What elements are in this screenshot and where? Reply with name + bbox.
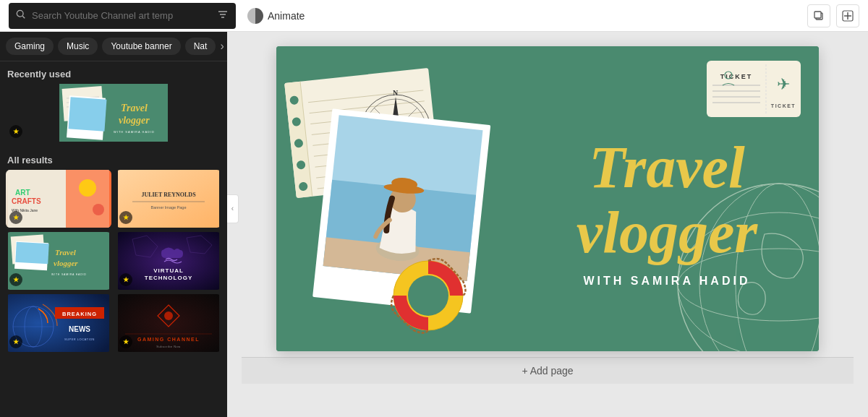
svg-text:GAMING CHANNEL: GAMING CHANNEL (137, 337, 200, 342)
svg-rect-16 (69, 97, 107, 131)
template-gaming-channel[interactable]: GAMING CHANNEL Subscribe Now ★ (116, 294, 221, 352)
svg-text:TECHNOLOGY: TECHNOLOGY (145, 275, 192, 281)
search-icon (16, 9, 26, 22)
svg-text:vlogger: vlogger (119, 115, 150, 126)
pro-badge: ★ (9, 335, 22, 348)
search-area (9, 3, 236, 29)
all-results-grid: ART CRAFTS With Nikita Jane ★ (0, 170, 227, 358)
svg-text:TICKET: TICKET (771, 103, 796, 108)
pro-badge: ★ (119, 273, 132, 286)
svg-text:WITH SAMIRA HADID: WITH SAMIRA HADID (114, 130, 155, 134)
svg-text:SUPER LOCATION: SUPER LOCATION (64, 338, 95, 341)
svg-point-53 (164, 311, 173, 320)
top-right-icons (807, 4, 859, 27)
svg-text:CRAFTS: CRAFTS (12, 197, 41, 205)
animate-button[interactable]: Animate (247, 8, 305, 24)
add-button[interactable] (836, 4, 859, 27)
pro-badge: ★ (119, 335, 132, 348)
svg-text:NEWS: NEWS (69, 325, 90, 333)
svg-text:N: N (393, 89, 399, 97)
canvas-svg: N S W E (276, 46, 819, 351)
svg-point-98 (408, 275, 448, 316)
svg-point-0 (17, 10, 23, 17)
search-input[interactable] (32, 10, 211, 21)
category-tabs: Gaming Music Youtube banner Nat › (0, 32, 227, 61)
more-categories-icon[interactable]: › (220, 40, 224, 53)
tab-music[interactable]: Music (58, 38, 98, 55)
template-art-crafts[interactable]: ART CRAFTS With Nikita Jane ★ (6, 170, 111, 228)
svg-text:Travel: Travel (589, 134, 745, 200)
add-page-bar[interactable]: + Add page (242, 357, 854, 384)
svg-text:Travel: Travel (55, 248, 77, 257)
svg-text:WITH SAMIRA HADID: WITH SAMIRA HADID (51, 273, 87, 276)
svg-text:ART: ART (15, 189, 30, 197)
template-travel-vlogger-2[interactable]: Travel vlogger WITH SAMIRA HADID ★ (6, 232, 111, 290)
recently-used-header: Recently used (0, 61, 227, 84)
top-bar: Animate (0, 0, 868, 32)
svg-text:BREAKING: BREAKING (62, 311, 97, 317)
template-virtual-technology[interactable]: VIRTUAL TECHNOLOGY ★ (116, 232, 221, 290)
svg-text:JULIET REYNOLDS: JULIET REYNOLDS (141, 192, 196, 198)
template-breaking-news[interactable]: BREAKING NEWS SUPER LOCATION ★ (6, 294, 111, 352)
filter-icon[interactable] (217, 9, 229, 23)
svg-text:✈: ✈ (777, 75, 790, 93)
template-juliet-reynolds[interactable]: JULIET REYNOLDS Banner Image Page ★ (116, 170, 221, 228)
svg-text:Banner Image Page: Banner Image Page (151, 205, 187, 210)
animate-label: Animate (268, 10, 305, 22)
tab-youtube-banner[interactable]: Youtube banner (102, 38, 180, 55)
svg-text:Subscribe Now: Subscribe Now (156, 345, 180, 348)
animate-icon (247, 8, 263, 24)
all-results-header: All results (0, 147, 227, 170)
svg-text:Travel: Travel (121, 103, 148, 113)
svg-rect-51 (118, 294, 219, 352)
sidebar: Gaming Music Youtube banner Nat › Recent… (0, 32, 227, 417)
svg-point-25 (79, 179, 96, 197)
template-travel-vlogger-recent[interactable]: Travel vlogger WITH SAMIRA HADID ★ (6, 84, 221, 142)
canvas-area: N S W E (227, 32, 868, 417)
svg-rect-43 (8, 294, 109, 352)
pro-badge: ★ (9, 125, 22, 138)
svg-text:WITH SAMIRA HADID: WITH SAMIRA HADID (584, 275, 751, 287)
svg-rect-27 (118, 170, 219, 228)
pro-badge: ★ (9, 273, 22, 286)
svg-text:vlogger: vlogger (576, 199, 759, 265)
recently-used-grid: Travel vlogger WITH SAMIRA HADID ★ (0, 84, 227, 147)
template-preview-svg: Travel vlogger WITH SAMIRA HADID (6, 84, 221, 142)
svg-text:VIRTUAL: VIRTUAL (153, 267, 184, 274)
svg-rect-6 (814, 12, 821, 18)
svg-point-26 (93, 204, 104, 215)
svg-rect-38 (118, 232, 219, 290)
tab-gaming[interactable]: Gaming (6, 38, 54, 55)
copy-button[interactable] (807, 4, 830, 27)
pro-badge: ★ (9, 211, 22, 224)
sidebar-collapse-handle[interactable]: ‹ (227, 194, 239, 223)
svg-rect-34 (15, 242, 48, 264)
pro-badge: ★ (119, 211, 132, 224)
svg-text:vlogger: vlogger (54, 259, 78, 267)
svg-rect-21 (66, 170, 109, 228)
tab-nature[interactable]: Nat (185, 38, 216, 55)
main-content: Gaming Music Youtube banner Nat › Recent… (0, 32, 868, 417)
main-canvas[interactable]: N S W E (276, 46, 819, 351)
svg-line-1 (22, 16, 25, 18)
